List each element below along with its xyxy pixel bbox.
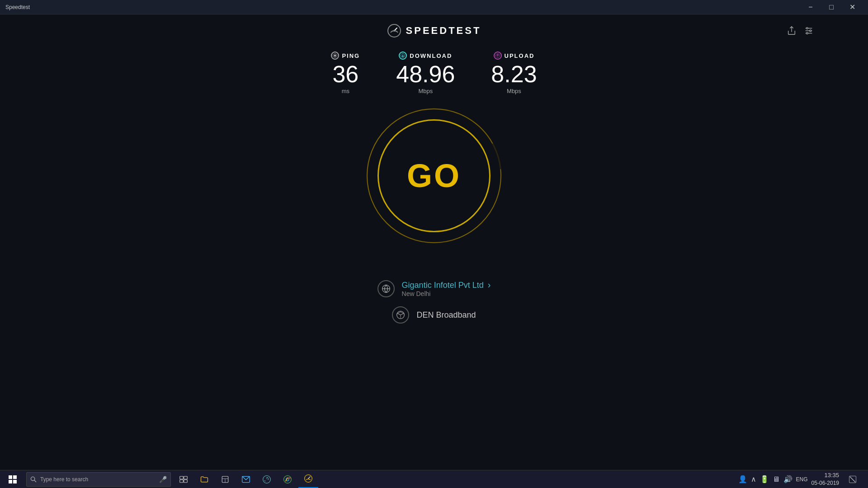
- calculator-button[interactable]: [215, 470, 235, 488]
- taskbar-right: 👤 ∧ 🔋 🖥 🔊 ENG 13:35 05-06-2019: [738, 470, 866, 488]
- svg-rect-28: [180, 476, 184, 479]
- close-button[interactable]: ✕: [842, 0, 863, 14]
- mail-button[interactable]: [236, 470, 256, 488]
- svg-rect-24: [9, 480, 12, 483]
- search-placeholder: Type here to search: [40, 476, 156, 483]
- clock-time: 13:35: [811, 471, 839, 479]
- minimize-button[interactable]: −: [800, 0, 821, 14]
- titlebar-controls: − □ ✕: [800, 0, 863, 14]
- svg-rect-30: [180, 479, 184, 482]
- svg-line-40: [308, 477, 310, 479]
- stats-row: PING 36 ms DOWNLOAD 48.96 Mbps: [331, 52, 537, 94]
- share-button[interactable]: [787, 26, 797, 36]
- upload-value: 8.23: [491, 62, 537, 86]
- download-unit: Mbps: [418, 88, 433, 94]
- notification-icon: [849, 475, 857, 483]
- mic-icon: 🎤: [159, 476, 167, 483]
- svg-rect-31: [184, 479, 188, 482]
- task-view-icon: [179, 475, 188, 483]
- download-icon-svg: [401, 53, 405, 58]
- upload-stat: UPLOAD 8.23 Mbps: [491, 52, 537, 94]
- settings-button[interactable]: [804, 26, 814, 36]
- upload-unit: Mbps: [507, 88, 521, 94]
- folder-icon: [200, 475, 209, 484]
- clock-date: 05-06-2019: [811, 479, 839, 487]
- ping-label: PING: [331, 52, 360, 60]
- people-icon[interactable]: 👤: [738, 475, 747, 483]
- svg-rect-29: [184, 476, 188, 479]
- ping-stat: PING 36 ms: [331, 52, 360, 94]
- mail-icon: [241, 475, 250, 484]
- chrome-icon: [283, 475, 292, 484]
- logo-area: SPEEDTEST: [387, 23, 481, 38]
- speedtest-logo-icon: [387, 23, 401, 38]
- taskbar: Type here to search 🎤: [0, 470, 868, 488]
- ping-icon-svg: [333, 53, 337, 58]
- svg-line-27: [34, 480, 36, 482]
- go-text: GO: [407, 157, 461, 194]
- titlebar-title: Speedtest: [5, 4, 30, 10]
- upload-label: UPLOAD: [494, 52, 535, 60]
- upload-icon: [494, 52, 502, 60]
- titlebar: Speedtest − □ ✕: [0, 0, 868, 14]
- isp-broadband-row: DEN Broadband: [392, 306, 476, 324]
- share-icon: [787, 26, 797, 36]
- upload-icon-svg: [495, 53, 500, 58]
- svg-point-36: [263, 475, 271, 483]
- isp-provider-row: Gigantic Infotel Pvt Ltd › New Delhi: [377, 280, 491, 297]
- isp-area: Gigantic Infotel Pvt Ltd › New Delhi DEN…: [377, 280, 491, 324]
- svg-rect-25: [13, 480, 17, 483]
- download-icon: [399, 52, 407, 60]
- settings-icon: [804, 26, 814, 36]
- calculator-icon: [221, 475, 229, 483]
- svg-rect-23: [13, 475, 17, 479]
- isp-location: New Delhi: [402, 290, 491, 297]
- steam-icon: [262, 475, 271, 484]
- go-button-container: GO: [366, 108, 502, 244]
- isp-provider-info: Gigantic Infotel Pvt Ltd › New Delhi: [402, 280, 491, 297]
- svg-rect-22: [9, 475, 12, 479]
- search-bar[interactable]: Type here to search 🎤: [26, 472, 171, 487]
- battery-icon[interactable]: 🔋: [760, 475, 769, 483]
- search-icon: [30, 476, 37, 483]
- start-button[interactable]: [2, 470, 24, 488]
- network-icon[interactable]: 🖥: [773, 475, 780, 483]
- header-actions: [787, 26, 814, 36]
- file-explorer-button[interactable]: [194, 470, 214, 488]
- steam-button[interactable]: [257, 470, 277, 488]
- svg-point-2: [393, 30, 395, 32]
- app-container: SPEEDTEST: [0, 14, 868, 470]
- ping-unit: ms: [342, 88, 349, 94]
- isp-globe-icon: [377, 280, 395, 297]
- broadband-icon: [396, 310, 405, 319]
- svg-point-9: [807, 33, 808, 34]
- ping-icon: [331, 52, 339, 60]
- svg-point-10: [334, 55, 336, 57]
- speedtest-taskbar-icon: [304, 474, 313, 483]
- show-hidden-icon[interactable]: ∧: [751, 475, 756, 483]
- isp-provider-name[interactable]: Gigantic Infotel Pvt Ltd ›: [402, 280, 491, 290]
- svg-point-7: [807, 28, 808, 29]
- clock[interactable]: 13:35 05-06-2019: [811, 471, 839, 487]
- svg-point-26: [31, 477, 34, 480]
- header: SPEEDTEST: [0, 14, 868, 47]
- chrome-button[interactable]: [278, 470, 297, 488]
- ping-value: 36: [332, 62, 359, 86]
- globe-icon: [382, 284, 391, 293]
- volume-icon[interactable]: 🔊: [783, 475, 793, 483]
- isp-broadband-name: DEN Broadband: [416, 310, 476, 320]
- windows-icon: [8, 475, 17, 484]
- go-button[interactable]: GO: [377, 119, 491, 232]
- notification-button[interactable]: [843, 470, 863, 488]
- app-logo-text: SPEEDTEST: [406, 25, 481, 37]
- language-indicator[interactable]: ENG: [796, 476, 808, 483]
- svg-point-8: [810, 30, 811, 32]
- download-value: 48.96: [396, 62, 455, 86]
- speedtest-taskbar-button[interactable]: [298, 470, 318, 488]
- isp-broadband-icon: [392, 306, 409, 324]
- download-stat: DOWNLOAD 48.96 Mbps: [396, 52, 455, 94]
- task-view-button[interactable]: [174, 470, 193, 488]
- maximize-button[interactable]: □: [821, 0, 842, 14]
- svg-point-37: [284, 475, 292, 483]
- download-label: DOWNLOAD: [399, 52, 452, 60]
